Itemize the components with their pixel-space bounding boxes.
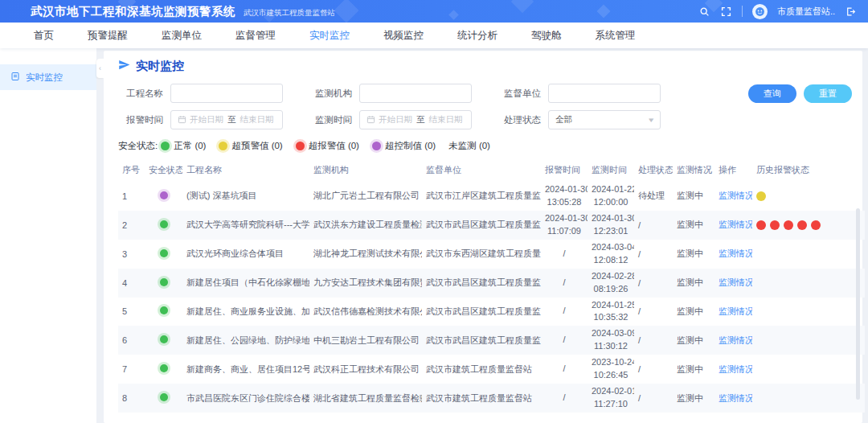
- nav-tab-6[interactable]: 视频监控: [383, 29, 424, 43]
- green-status-dot: [160, 335, 168, 343]
- history-alarm-status: [752, 326, 865, 355]
- row-number: 6: [118, 326, 145, 355]
- monitor-detail-link[interactable]: 监测情况: [719, 277, 752, 287]
- supervisor-unit: 武汉市武昌区建筑工程质量监督站: [422, 211, 541, 240]
- query-button[interactable]: 查询: [748, 84, 796, 103]
- monitor-detail-link[interactable]: 监测情况: [719, 393, 752, 403]
- divider: [742, 6, 743, 17]
- text-field: [548, 84, 661, 103]
- nav-tab-1[interactable]: 首页: [34, 29, 54, 43]
- daterange-field[interactable]: 开始日期至结束日期: [170, 110, 283, 129]
- daterange-field[interactable]: 开始日期至结束日期: [359, 110, 472, 129]
- handle-status: /: [634, 211, 673, 240]
- monitor-situation: 监测中: [673, 384, 714, 413]
- history-alarm-status: [752, 355, 865, 384]
- project-name: 新建居住、公园绿地、防护绿地项目（...: [182, 326, 309, 355]
- monitor-org: 武汉科正工程技术有限公司: [309, 355, 422, 384]
- start-date-placeholder: 开始日期: [190, 114, 223, 125]
- alarm-time: /: [541, 384, 588, 413]
- safety-status: [145, 355, 182, 384]
- table-row: 1(测试) 深基坑项目湖北广元岩土工程有限公司武汉市江岸区建筑工程质量监督站20…: [118, 182, 865, 211]
- nav-tab-9[interactable]: 系统管理: [596, 29, 636, 43]
- table-row: 3武汉光环商业综合体项目湖北神龙工程测试技术有限公司武汉市东西湖区建筑工程质量监…: [118, 240, 865, 269]
- select-field[interactable]: 全部▾: [548, 110, 661, 129]
- sidebar-item-1[interactable]: 实时监控: [0, 64, 96, 90]
- monitor-detail-link[interactable]: 监测情况: [719, 191, 752, 200]
- user-name[interactable]: 市质量监督站..: [777, 6, 835, 18]
- nav-tab-7[interactable]: 统计分析: [457, 29, 497, 43]
- text-field: [359, 84, 472, 103]
- monitor-situation: 监测中: [673, 269, 714, 298]
- monitor-detail-link[interactable]: 监测情况: [719, 306, 752, 316]
- content-card: ‹ 实时监控 工程名称监测机构监督单位报警时间开始日期至结束日期监测时间开始日期…: [104, 51, 862, 423]
- sidebar-collapse-handle[interactable]: ‹: [96, 59, 104, 78]
- calendar-icon: [366, 115, 375, 125]
- page-title: 实时监控: [136, 59, 184, 74]
- avatar[interactable]: [752, 4, 768, 19]
- row-number: 5: [118, 298, 145, 326]
- monitor-time: 2024-01-3012:23:01: [588, 211, 634, 240]
- logout-icon[interactable]: [845, 6, 857, 18]
- app-title: 武汉市地下工程和深基坑监测预警系统: [31, 4, 235, 19]
- table-row: 7新建商务、商业、居住项目12号地块...武汉科正工程技术有限公司武汉市建筑工程…: [118, 355, 865, 384]
- green-status-dot: [160, 220, 168, 228]
- red-history-dot: [811, 220, 821, 230]
- monitor-detail-link[interactable]: 监测情况: [719, 220, 752, 229]
- sidebar-item-label: 实时监控: [26, 72, 63, 84]
- monitor-detail-link[interactable]: 监测情况: [719, 248, 752, 258]
- table-scrollbar[interactable]: [856, 208, 860, 400]
- monitor-situation: 监测中: [673, 355, 714, 384]
- nav-tab-8[interactable]: 驾驶舱: [531, 29, 562, 43]
- column-header-8: 处理状态: [634, 160, 673, 182]
- nav-tab-2[interactable]: 预警提醒: [88, 29, 128, 43]
- alarm-time: /: [541, 298, 588, 326]
- end-date-placeholder: 结束日期: [240, 114, 274, 125]
- monitor-org: 武汉洪东方建设工程质量检测有限...: [309, 211, 422, 240]
- alarm-time: /: [541, 355, 588, 384]
- fullscreen-icon[interactable]: [720, 6, 732, 18]
- nav-tab-4[interactable]: 监督管理: [235, 29, 276, 43]
- monitor-detail-link[interactable]: 监测情况: [719, 335, 752, 345]
- handle-status: 待处理: [634, 182, 673, 211]
- 工程名称-input[interactable]: [178, 88, 276, 98]
- safety-status: [145, 182, 182, 211]
- history-alarm-status: [752, 182, 865, 211]
- monitor-detail-link[interactable]: 监测情况: [719, 364, 752, 374]
- document-icon: [10, 72, 20, 83]
- monitor-time: 2024-03-0911:30:12: [588, 326, 634, 355]
- column-header-11: 历史报警状态: [752, 160, 865, 182]
- reset-button[interactable]: 重置: [804, 84, 852, 103]
- row-number: 3: [118, 240, 145, 269]
- safety-status: [145, 326, 182, 355]
- legend-item-label: 超预警值 (0): [231, 140, 282, 152]
- nav-tab-3[interactable]: 监测单位: [162, 29, 202, 43]
- search-icon[interactable]: [698, 6, 710, 18]
- filter-field-4: 报警时间开始日期至结束日期: [118, 110, 283, 129]
- column-header-7: 监测时间: [588, 160, 634, 182]
- monitor-situation: 监测中: [673, 182, 714, 211]
- row-number: 7: [118, 355, 145, 384]
- send-icon: [118, 59, 130, 74]
- monitor-org: 武汉信伟德嘉检测技术有限公司: [309, 298, 422, 326]
- red-history-dot: [756, 220, 766, 230]
- nav-tab-5[interactable]: 实时监控: [309, 29, 350, 43]
- green-status-dot: [160, 278, 168, 286]
- monitor-time: 2024-01-2510:35:32: [588, 298, 634, 326]
- 监测机构-input[interactable]: [366, 88, 465, 98]
- red-dot: [296, 142, 305, 150]
- yellow-dot: [219, 142, 227, 150]
- column-header-9: 监测情况: [673, 160, 714, 182]
- 监督单位-input[interactable]: [555, 88, 653, 98]
- filter-label: 报警时间: [118, 114, 163, 126]
- legend-item-3: 超报警值 (0): [296, 140, 359, 152]
- chevron-down-icon: ▾: [649, 116, 654, 124]
- alarm-time: 2024-01-3011:07:09: [541, 211, 588, 240]
- red-history-dot: [770, 220, 780, 230]
- history-alarm-status: [752, 240, 865, 269]
- operation-cell: 监测情况: [714, 326, 752, 355]
- operation-cell: 监测情况: [714, 384, 752, 413]
- filter-field-2: 监测机构: [307, 84, 472, 103]
- filter-field-3: 监督单位: [496, 84, 661, 103]
- history-alarm-status: [752, 384, 865, 413]
- alarm-time: 2024-01-3013:05:28: [541, 182, 588, 211]
